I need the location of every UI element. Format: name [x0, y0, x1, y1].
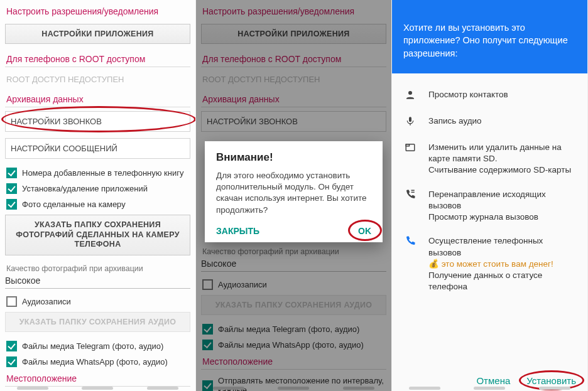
chk-telegram-row[interactable]: Файлы медиа Telegram (фото, аудио) [5, 338, 190, 354]
screenshot-3-install-prompt: Хотите ли вы установить это приложение? … [392, 0, 588, 391]
root-unavailable-note: ROOT ДОСТУП НЕДОСТУПЕН [201, 71, 386, 90]
photo-folder-button[interactable]: УКАЗАТЬ ПАПКУ СОХРАНЕНИЯ ФОТОГРАФИЙ СДЕЛ… [5, 215, 190, 255]
checkbox-icon [6, 341, 17, 351]
install-header: Хотите ли вы установить это приложение? … [392, 0, 587, 73]
chk-label: Файлы медиа WhatsApp (фото, аудио) [22, 357, 168, 367]
chk-label: Файлы медиа Telegram (фото, аудио) [218, 324, 359, 334]
checkbox-icon [6, 199, 17, 210]
call-settings-button[interactable]: НАСТРОЙКИ ЗВОНКОВ [5, 111, 190, 132]
chk-whatsapp-row[interactable]: Файлы медиа WhatsApp (фото, аудио) [201, 337, 386, 353]
photo-quality-label: Качество фотографий при архивации [5, 262, 190, 274]
archive-section-header: Архивация данных [5, 90, 190, 107]
perm-storage: Изменить или удалить данные на карте пам… [403, 136, 576, 183]
screenshot-2: Настроить разрешения/уведомления НАСТРОЙ… [196, 0, 392, 391]
chk-whatsapp-row[interactable]: Файлы медиа WhatsApp (фото, аудио) [5, 354, 190, 370]
root-section-header: Для телефонов с ROOT доступом [201, 50, 386, 67]
chk-audio-row[interactable]: Аудиозаписи [201, 277, 386, 292]
perm-text: Запись аудио [428, 115, 482, 127]
android-nav-bar [196, 385, 391, 391]
chk-label: Установка/удаление приложений [22, 184, 148, 193]
svg-rect-3 [406, 144, 409, 146]
checkbox-icon [202, 324, 213, 335]
chk-apps-row[interactable]: Установка/удаление приложений [5, 181, 190, 196]
checkbox-icon [202, 279, 213, 290]
chk-label: Номера добавленные в телефонную книгу [22, 168, 183, 178]
perm-text: Просмотр контактов [428, 89, 508, 100]
phone-icon [403, 235, 417, 249]
chk-telegram-row[interactable]: Файлы медиа Telegram (фото, аудио) [201, 321, 386, 337]
photo-quality-select[interactable]: Высокое [201, 257, 386, 272]
perm-text: Осуществление телефонных вызовов 💰 это м… [428, 235, 576, 292]
chk-label: Аудиозаписи [218, 280, 267, 289]
svg-rect-2 [406, 144, 415, 151]
perm-text: Изменить или удалить данные на карте пам… [428, 142, 576, 176]
location-section-header: Местоположение [5, 370, 190, 387]
call-settings-button[interactable]: НАСТРОЙКИ ЗВОНКОВ [201, 111, 386, 132]
chk-label: Файлы медиа Telegram (фото, аудио) [22, 341, 163, 351]
dialog-title: Внимание! [216, 151, 371, 164]
microphone-icon [403, 115, 417, 129]
photo-quality-select[interactable]: Высокое [5, 274, 190, 289]
chk-camera-row[interactable]: Фото сделанные на камеру [5, 196, 190, 212]
contacts-icon [403, 89, 417, 103]
chk-label: Файлы медиа WhatsApp (фото, аудио) [218, 340, 364, 350]
app-settings-button[interactable]: НАСТРОЙКИ ПРИЛОЖЕНИЯ [5, 24, 190, 44]
svg-point-0 [408, 91, 412, 95]
audio-folder-button: УКАЗАТЬ ПАПКУ СОХРАНЕНИЯ АУДИО [5, 312, 190, 332]
archive-section-header: Архивация данных [201, 90, 386, 107]
chk-contacts-row[interactable]: Номера добавленные в телефонную книгу [5, 165, 190, 181]
android-nav-bar [392, 385, 587, 391]
screenshot-1: Настроить разрешения/уведомления НАСТРОЙ… [0, 0, 196, 391]
checkbox-icon [6, 296, 17, 307]
dialog-ok-button[interactable]: OK [358, 226, 371, 236]
location-section-header: Местоположение [201, 353, 386, 370]
app-settings-button[interactable]: НАСТРОЙКИ ПРИЛОЖЕНИЯ [201, 24, 386, 44]
root-unavailable-note: ROOT ДОСТУП НЕДОСТУПЕН [5, 71, 190, 90]
chk-audio-row[interactable]: Аудиозаписи [5, 294, 190, 309]
perm-contacts: Просмотр контактов [403, 83, 576, 109]
perm-call-log: Перенаправление исходящих вызовов Просмо… [403, 183, 576, 230]
install-header-text: Хотите ли вы установить это приложение? … [403, 23, 568, 58]
android-nav-bar [0, 385, 195, 391]
perm-phone: Осуществление телефонных вызовов 💰 это м… [403, 229, 576, 299]
root-section-header: Для телефонов с ROOT доступом [5, 50, 190, 67]
perm-audio: Запись аудио [403, 109, 576, 136]
audio-folder-button: УКАЗАТЬ ПАПКУ СОХРАНЕНИЯ АУДИО [201, 295, 386, 315]
checkbox-icon [6, 183, 17, 194]
call-log-icon [403, 189, 417, 203]
checkbox-icon [202, 340, 213, 350]
checkbox-icon [6, 168, 17, 178]
checkbox-icon [6, 356, 17, 367]
dialog-close-button[interactable]: ЗАКРЫТЬ [216, 226, 259, 236]
svg-rect-1 [409, 117, 411, 122]
sd-card-icon [403, 142, 417, 156]
dialog-body: Для этого необходимо установить дополнит… [216, 170, 371, 216]
permissions-list: Просмотр контактов Запись аудио Изменить… [392, 78, 587, 304]
permissions-link[interactable]: Настроить разрешения/уведомления [201, 4, 386, 21]
chk-label: Фото сделанные на камеру [22, 200, 126, 209]
message-settings-button[interactable]: НАСТРОЙКИ СООБЩЕНИЙ [5, 138, 190, 159]
photo-quality-label: Качество фотографий при архивации [201, 245, 386, 257]
perm-text: Перенаправление исходящих вызовов Просмо… [428, 189, 576, 223]
permissions-link[interactable]: Настроить разрешения/уведомления [5, 4, 190, 21]
confirm-dialog: Внимание! Для этого необходимо установит… [205, 141, 383, 242]
chk-label: Аудиозаписи [22, 297, 71, 306]
